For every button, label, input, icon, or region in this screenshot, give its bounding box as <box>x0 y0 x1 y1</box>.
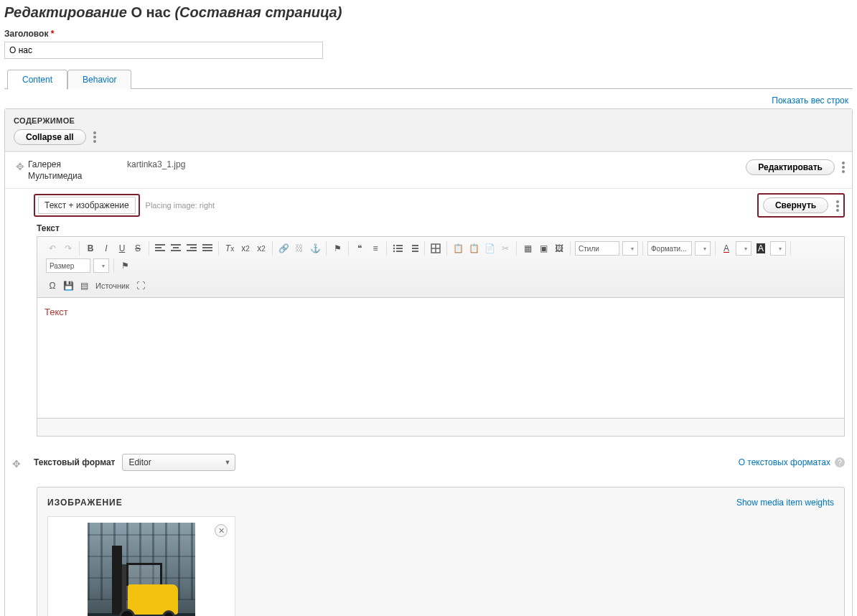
row-type-multimedia: Мультимедиа <box>28 171 114 181</box>
image-section: ИЗОБРАЖЕНИЕ Show media item weights ✕ <box>37 487 845 616</box>
image-section-title: ИЗОБРАЖЕНИЕ <box>47 498 123 508</box>
bg-color-icon[interactable]: A <box>754 241 768 256</box>
rich-text-editor: ↶ ↷ B I U S <box>37 236 845 437</box>
save-icon[interactable]: 💾 <box>61 279 75 293</box>
show-media-weights-link[interactable]: Show media item weights <box>736 498 834 508</box>
superscript-icon[interactable]: x2 <box>238 241 253 256</box>
italic-icon[interactable]: I <box>99 241 113 256</box>
row-type-text-image: Текст + изображение <box>38 197 136 214</box>
size-dropdown[interactable]: ▾ <box>93 258 109 273</box>
copy-icon[interactable]: 📋 <box>451 241 465 256</box>
number-list-icon[interactable] <box>406 241 421 256</box>
align-left-icon[interactable] <box>153 241 167 256</box>
tab-content[interactable]: Content <box>7 70 67 90</box>
hr-icon[interactable]: ≡ <box>368 241 383 256</box>
about-text-formats-link[interactable]: О текстовых форматах <box>739 457 830 467</box>
svg-rect-5 <box>171 250 181 251</box>
title-input[interactable] <box>4 42 323 59</box>
content-more-menu[interactable] <box>93 131 96 143</box>
edit-button[interactable]: Редактировать <box>746 159 835 175</box>
media-icon[interactable]: ▣ <box>536 241 551 256</box>
svg-rect-8 <box>187 250 197 251</box>
table-icon[interactable] <box>428 241 443 256</box>
bg-color-dropdown[interactable]: ▾ <box>770 241 786 256</box>
align-center-icon[interactable] <box>169 241 183 256</box>
bold-icon[interactable]: B <box>83 241 98 256</box>
image-icon[interactable]: 🖼 <box>552 241 566 256</box>
tabs: Content Behavior <box>4 69 853 89</box>
collapse-all-button[interactable]: Collapse all <box>14 129 86 145</box>
flag-icon[interactable]: ⚑ <box>330 241 345 256</box>
svg-rect-20 <box>412 251 418 252</box>
paste-text-icon[interactable]: 📄 <box>482 241 497 256</box>
svg-rect-17 <box>396 251 403 252</box>
format-combo[interactable]: Формати... <box>647 241 692 256</box>
row2-more-menu[interactable] <box>836 200 839 212</box>
blockquote-icon[interactable]: ❝ <box>352 241 367 256</box>
svg-rect-2 <box>155 250 165 251</box>
cut-icon[interactable]: ✂ <box>498 241 512 256</box>
text-format-label: Текстовый формат <box>34 457 115 467</box>
help-icon[interactable]: ? <box>835 457 845 467</box>
remove-format-icon[interactable]: Tx <box>223 241 237 256</box>
chevron-down-icon: ▼ <box>225 459 231 466</box>
required-marker: * <box>51 29 55 39</box>
svg-rect-0 <box>155 244 165 246</box>
template-icon[interactable]: ▤ <box>77 279 91 293</box>
svg-rect-19 <box>412 248 418 249</box>
anchor-icon[interactable]: ⚓ <box>308 241 322 256</box>
source-button[interactable]: Источник <box>93 279 132 293</box>
svg-point-14 <box>393 248 395 250</box>
drag-handle-icon[interactable]: ✥ <box>12 158 28 172</box>
text-color-dropdown[interactable]: ▾ <box>736 241 751 256</box>
size-combo[interactable]: Размер <box>46 258 90 273</box>
svg-rect-13 <box>396 245 403 246</box>
show-row-weights-link[interactable]: Показать вес строк <box>772 95 848 106</box>
align-right-icon[interactable] <box>184 241 199 256</box>
svg-rect-4 <box>173 247 179 248</box>
flag2-icon[interactable]: ⚑ <box>118 258 132 273</box>
content-panel: СОДЕРЖИМОЕ Collapse all ✥ Галерея Мульти… <box>4 108 853 616</box>
redo-icon[interactable]: ↷ <box>61 241 75 256</box>
row-gallery-meta: kartinka3_1.jpg <box>127 158 185 182</box>
svg-rect-15 <box>396 248 403 249</box>
bullet-list-icon[interactable] <box>390 241 405 256</box>
align-justify-icon[interactable] <box>200 241 215 256</box>
svg-point-16 <box>393 251 395 253</box>
svg-rect-7 <box>190 247 197 248</box>
undo-icon[interactable]: ↶ <box>45 241 60 256</box>
row-more-menu[interactable] <box>842 162 845 173</box>
text-format-select[interactable]: Editor ▼ <box>122 454 235 471</box>
row-type-gallery: Галерея <box>28 159 114 169</box>
svg-rect-1 <box>155 247 161 248</box>
strike-icon[interactable]: S <box>131 241 145 256</box>
paste-icon[interactable]: 📋 <box>467 241 481 256</box>
media-thumbnail <box>88 523 195 616</box>
text-field-label: Текст <box>37 223 845 233</box>
svg-rect-18 <box>412 245 418 246</box>
title-label: Заголовок * <box>4 29 54 39</box>
editor-toolbar: ↶ ↷ B I U S <box>37 237 844 298</box>
collapse-button[interactable]: Свернуть <box>763 197 828 213</box>
underline-icon[interactable]: U <box>115 241 129 256</box>
subscript-icon[interactable]: x2 <box>254 241 268 256</box>
omega-icon[interactable]: Ω <box>45 279 60 293</box>
format-dropdown[interactable]: ▾ <box>695 241 711 256</box>
styles-combo[interactable]: Стили <box>575 241 619 256</box>
title-field: Заголовок * <box>4 28 853 59</box>
editor-body[interactable]: Текст <box>37 298 844 419</box>
svg-rect-3 <box>171 244 181 246</box>
drag-handle-icon[interactable]: ✥ <box>12 455 21 470</box>
styles-dropdown[interactable]: ▾ <box>622 241 638 256</box>
remove-media-button[interactable]: ✕ <box>215 524 228 537</box>
unlink-icon[interactable]: ⛓ <box>292 241 306 256</box>
title-prefix: Редактирование <box>4 4 127 20</box>
content-section-label: СОДЕРЖИМОЕ <box>14 116 843 125</box>
link-icon[interactable]: 🔗 <box>276 241 291 256</box>
tab-behavior[interactable]: Behavior <box>67 70 131 89</box>
iframe-icon[interactable]: ▦ <box>520 241 535 256</box>
svg-rect-6 <box>187 244 197 246</box>
text-color-icon[interactable]: A <box>719 241 734 256</box>
svg-point-12 <box>393 245 395 247</box>
maximize-icon[interactable]: ⛶ <box>134 279 148 293</box>
